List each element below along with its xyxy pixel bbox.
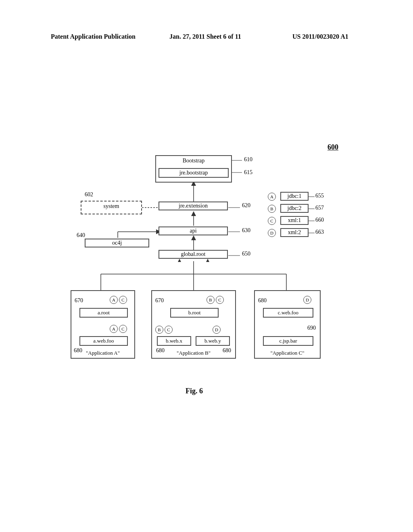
- jre-extension-box: jre.extension: [159, 202, 228, 210]
- ref-670-b: 670: [155, 297, 164, 304]
- app-b-y-D: D: [213, 326, 221, 334]
- app-c-jsp: c.jsp.bar: [263, 336, 313, 346]
- header-middle: Jan. 27, 2011 Sheet 6 of 11: [169, 33, 241, 40]
- ref-655: 655: [315, 193, 324, 199]
- header-right: US 2011/0023020 A1: [292, 33, 348, 40]
- ref-670-a: 670: [75, 297, 83, 304]
- bootstrap-title: Bootstrap: [156, 156, 231, 166]
- ref-650: 650: [242, 251, 250, 257]
- app-b-root: b.root: [170, 308, 219, 318]
- ref-602: 602: [85, 191, 93, 198]
- ref-680-c: 680: [258, 297, 267, 304]
- app-b-caption: "Application B": [152, 350, 235, 356]
- oc4j-box: oc4j: [85, 239, 149, 247]
- app-b-box: 670 B C b.root B C D b.web.x b.web.y 680…: [151, 290, 236, 359]
- diagram-area: Bootstrap jre.bootstrap 610 615 system 6…: [48, 153, 367, 379]
- app-b-x-C: C: [165, 326, 173, 334]
- app-b-subx: b.web.x: [157, 336, 191, 346]
- legend-D: D: [268, 229, 276, 237]
- app-a-sub1: a.web.foo: [79, 336, 128, 346]
- app-b-root-C: C: [216, 296, 224, 304]
- figure-caption: Fig. 6: [186, 387, 203, 395]
- ref-640: 640: [77, 232, 85, 239]
- legend-C: C: [268, 217, 276, 225]
- figure-reference: 600: [327, 143, 338, 152]
- app-a-root-C: C: [119, 296, 127, 304]
- app-c-caption: "Application C": [255, 350, 320, 356]
- global-root-box: global.root: [159, 250, 228, 259]
- app-a-box: 670 A C a.root A C a.web.foo 680 "Applic…: [71, 290, 135, 359]
- jdbc2-box: jdbc:2: [280, 204, 309, 213]
- app-a-caption: "Application A": [71, 350, 134, 356]
- app-b-suby: b.web.y: [196, 336, 230, 346]
- ref-663: 663: [315, 229, 324, 235]
- xml1-box: xml:1: [280, 216, 309, 225]
- ref-615: 615: [244, 169, 252, 176]
- ref-657: 657: [315, 205, 324, 211]
- app-c-web-D: D: [303, 296, 311, 304]
- app-a-root-A: A: [110, 296, 118, 304]
- ref-660: 660: [315, 217, 324, 223]
- bootstrap-inner: jre.bootstrap: [159, 168, 229, 178]
- header-left: Patent Application Publication: [51, 33, 136, 40]
- system-box: system: [81, 201, 142, 214]
- app-c-box: 680 D c.web.foo 690 c.jsp.bar "Applicati…: [254, 290, 321, 359]
- legend-B: B: [268, 205, 276, 213]
- bootstrap-box: Bootstrap jre.bootstrap: [155, 155, 232, 183]
- app-c-web: c.web.foo: [263, 308, 313, 318]
- ref-610: 610: [244, 156, 252, 163]
- xml2-box: xml:2: [280, 228, 309, 237]
- ref-690: 690: [307, 325, 316, 331]
- system-label: system: [81, 202, 141, 211]
- ref-630: 630: [242, 227, 250, 234]
- legend-A: A: [268, 193, 276, 201]
- api-box: api: [159, 227, 228, 235]
- app-a-root: a.root: [79, 308, 128, 318]
- ref-620: 620: [242, 202, 250, 209]
- app-a-sub-C: C: [119, 325, 127, 333]
- app-b-x-B: B: [155, 326, 163, 334]
- app-b-root-B: B: [206, 296, 215, 304]
- jdbc1-box: jdbc:1: [280, 192, 309, 201]
- app-a-sub-A: A: [110, 325, 118, 333]
